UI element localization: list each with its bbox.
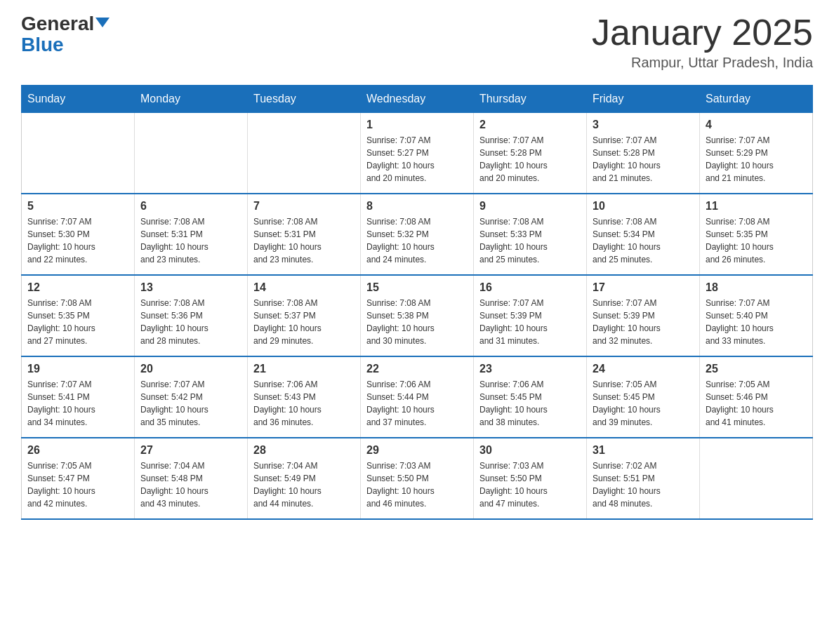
- day-number: 29: [366, 444, 468, 457]
- calendar-header-wednesday: Wednesday: [361, 86, 474, 113]
- day-info: Sunrise: 7:08 AM Sunset: 5:37 PM Dayligh…: [253, 297, 355, 347]
- calendar-cell: 17Sunrise: 7:07 AM Sunset: 5:39 PM Dayli…: [587, 275, 700, 356]
- calendar-cell: 23Sunrise: 7:06 AM Sunset: 5:45 PM Dayli…: [474, 356, 587, 438]
- day-number: 15: [366, 281, 468, 294]
- calendar-cell: 27Sunrise: 7:04 AM Sunset: 5:48 PM Dayli…: [135, 438, 248, 519]
- day-number: 19: [27, 363, 128, 375]
- calendar-cell: 11Sunrise: 7:08 AM Sunset: 5:35 PM Dayli…: [700, 194, 813, 275]
- calendar-cell: 1Sunrise: 7:07 AM Sunset: 5:27 PM Daylig…: [361, 113, 474, 194]
- day-number: 20: [140, 363, 241, 375]
- day-info: Sunrise: 7:05 AM Sunset: 5:47 PM Dayligh…: [27, 459, 128, 510]
- calendar-cell: 28Sunrise: 7:04 AM Sunset: 5:49 PM Dayli…: [248, 438, 361, 519]
- day-number: 5: [27, 200, 128, 213]
- day-info: Sunrise: 7:08 AM Sunset: 5:31 PM Dayligh…: [140, 215, 241, 266]
- day-info: Sunrise: 7:07 AM Sunset: 5:27 PM Dayligh…: [366, 134, 468, 185]
- calendar-week-4: 19Sunrise: 7:07 AM Sunset: 5:41 PM Dayli…: [22, 356, 813, 438]
- calendar-cell: 9Sunrise: 7:08 AM Sunset: 5:33 PM Daylig…: [474, 194, 587, 275]
- location-text: Rampur, Uttar Pradesh, India: [592, 55, 813, 71]
- day-number: 13: [140, 281, 241, 294]
- title-section: January 2025 Rampur, Uttar Pradesh, Indi…: [592, 14, 813, 71]
- day-info: Sunrise: 7:06 AM Sunset: 5:44 PM Dayligh…: [366, 378, 468, 429]
- day-number: 4: [706, 119, 807, 131]
- calendar-cell: 16Sunrise: 7:07 AM Sunset: 5:39 PM Dayli…: [474, 275, 587, 356]
- calendar-week-3: 12Sunrise: 7:08 AM Sunset: 5:35 PM Dayli…: [22, 275, 813, 356]
- calendar-cell: 8Sunrise: 7:08 AM Sunset: 5:32 PM Daylig…: [361, 194, 474, 275]
- day-info: Sunrise: 7:05 AM Sunset: 5:46 PM Dayligh…: [706, 378, 807, 429]
- calendar-header-row: SundayMondayTuesdayWednesdayThursdayFrid…: [22, 86, 813, 113]
- day-number: 9: [479, 200, 581, 213]
- calendar-header-thursday: Thursday: [474, 86, 587, 113]
- day-info: Sunrise: 7:07 AM Sunset: 5:39 PM Dayligh…: [593, 297, 694, 347]
- day-number: 25: [706, 363, 807, 375]
- day-number: 11: [706, 200, 807, 213]
- calendar-cell: 12Sunrise: 7:08 AM Sunset: 5:35 PM Dayli…: [22, 275, 135, 356]
- calendar-header-saturday: Saturday: [700, 86, 813, 113]
- calendar-week-5: 26Sunrise: 7:05 AM Sunset: 5:47 PM Dayli…: [22, 438, 813, 519]
- day-number: 18: [706, 281, 807, 294]
- logo: General Blue: [21, 14, 110, 55]
- logo-general-text: General: [21, 14, 110, 34]
- day-number: 22: [366, 363, 468, 375]
- day-number: 26: [27, 444, 128, 457]
- calendar-cell: 21Sunrise: 7:06 AM Sunset: 5:43 PM Dayli…: [248, 356, 361, 438]
- calendar-cell: 6Sunrise: 7:08 AM Sunset: 5:31 PM Daylig…: [135, 194, 248, 275]
- day-info: Sunrise: 7:08 AM Sunset: 5:35 PM Dayligh…: [27, 297, 128, 347]
- calendar-header-friday: Friday: [587, 86, 700, 113]
- day-info: Sunrise: 7:03 AM Sunset: 5:50 PM Dayligh…: [366, 459, 468, 510]
- day-number: 23: [479, 363, 581, 375]
- day-number: 10: [593, 200, 694, 213]
- day-info: Sunrise: 7:04 AM Sunset: 5:48 PM Dayligh…: [140, 459, 241, 510]
- day-number: 31: [593, 444, 694, 457]
- day-info: Sunrise: 7:04 AM Sunset: 5:49 PM Dayligh…: [253, 459, 355, 510]
- calendar-cell: [22, 113, 135, 194]
- day-info: Sunrise: 7:06 AM Sunset: 5:43 PM Dayligh…: [253, 378, 355, 429]
- calendar-cell: 31Sunrise: 7:02 AM Sunset: 5:51 PM Dayli…: [587, 438, 700, 519]
- calendar-cell: 30Sunrise: 7:03 AM Sunset: 5:50 PM Dayli…: [474, 438, 587, 519]
- day-info: Sunrise: 7:08 AM Sunset: 5:31 PM Dayligh…: [253, 215, 355, 266]
- calendar-cell: 10Sunrise: 7:08 AM Sunset: 5:34 PM Dayli…: [587, 194, 700, 275]
- calendar-cell: 5Sunrise: 7:07 AM Sunset: 5:30 PM Daylig…: [22, 194, 135, 275]
- day-number: 17: [593, 281, 694, 294]
- calendar-cell: 25Sunrise: 7:05 AM Sunset: 5:46 PM Dayli…: [700, 356, 813, 438]
- month-title: January 2025: [592, 14, 813, 51]
- day-number: 24: [593, 363, 694, 375]
- day-info: Sunrise: 7:07 AM Sunset: 5:42 PM Dayligh…: [140, 378, 241, 429]
- day-info: Sunrise: 7:07 AM Sunset: 5:28 PM Dayligh…: [593, 134, 694, 185]
- day-number: 7: [253, 200, 355, 213]
- day-number: 27: [140, 444, 241, 457]
- calendar-cell: 13Sunrise: 7:08 AM Sunset: 5:36 PM Dayli…: [135, 275, 248, 356]
- day-number: 28: [253, 444, 355, 457]
- day-info: Sunrise: 7:08 AM Sunset: 5:33 PM Dayligh…: [479, 215, 581, 266]
- day-number: 12: [27, 281, 128, 294]
- day-number: 21: [253, 363, 355, 375]
- calendar-cell: [700, 438, 813, 519]
- calendar-week-1: 1Sunrise: 7:07 AM Sunset: 5:27 PM Daylig…: [22, 113, 813, 194]
- day-info: Sunrise: 7:03 AM Sunset: 5:50 PM Dayligh…: [479, 459, 581, 510]
- calendar-week-2: 5Sunrise: 7:07 AM Sunset: 5:30 PM Daylig…: [22, 194, 813, 275]
- calendar-cell: 22Sunrise: 7:06 AM Sunset: 5:44 PM Dayli…: [361, 356, 474, 438]
- day-number: 1: [366, 119, 468, 131]
- calendar-header-tuesday: Tuesday: [248, 86, 361, 113]
- calendar-cell: 24Sunrise: 7:05 AM Sunset: 5:45 PM Dayli…: [587, 356, 700, 438]
- calendar-header-monday: Monday: [135, 86, 248, 113]
- day-info: Sunrise: 7:08 AM Sunset: 5:32 PM Dayligh…: [366, 215, 468, 266]
- calendar-cell: 7Sunrise: 7:08 AM Sunset: 5:31 PM Daylig…: [248, 194, 361, 275]
- day-number: 8: [366, 200, 468, 213]
- day-number: 30: [479, 444, 581, 457]
- calendar-cell: 20Sunrise: 7:07 AM Sunset: 5:42 PM Dayli…: [135, 356, 248, 438]
- page-header: General Blue January 2025 Rampur, Uttar …: [21, 14, 813, 71]
- day-info: Sunrise: 7:07 AM Sunset: 5:41 PM Dayligh…: [27, 378, 128, 429]
- logo-triangle-icon: [95, 18, 110, 27]
- calendar-cell: 15Sunrise: 7:08 AM Sunset: 5:38 PM Dayli…: [361, 275, 474, 356]
- day-info: Sunrise: 7:05 AM Sunset: 5:45 PM Dayligh…: [593, 378, 694, 429]
- calendar-cell: 3Sunrise: 7:07 AM Sunset: 5:28 PM Daylig…: [587, 113, 700, 194]
- day-info: Sunrise: 7:07 AM Sunset: 5:30 PM Dayligh…: [27, 215, 128, 266]
- day-info: Sunrise: 7:08 AM Sunset: 5:34 PM Dayligh…: [593, 215, 694, 266]
- day-info: Sunrise: 7:07 AM Sunset: 5:28 PM Dayligh…: [479, 134, 581, 185]
- day-info: Sunrise: 7:02 AM Sunset: 5:51 PM Dayligh…: [593, 459, 694, 510]
- calendar-cell: 2Sunrise: 7:07 AM Sunset: 5:28 PM Daylig…: [474, 113, 587, 194]
- day-info: Sunrise: 7:06 AM Sunset: 5:45 PM Dayligh…: [479, 378, 581, 429]
- calendar-cell: 29Sunrise: 7:03 AM Sunset: 5:50 PM Dayli…: [361, 438, 474, 519]
- calendar-cell: [248, 113, 361, 194]
- day-info: Sunrise: 7:08 AM Sunset: 5:38 PM Dayligh…: [366, 297, 468, 347]
